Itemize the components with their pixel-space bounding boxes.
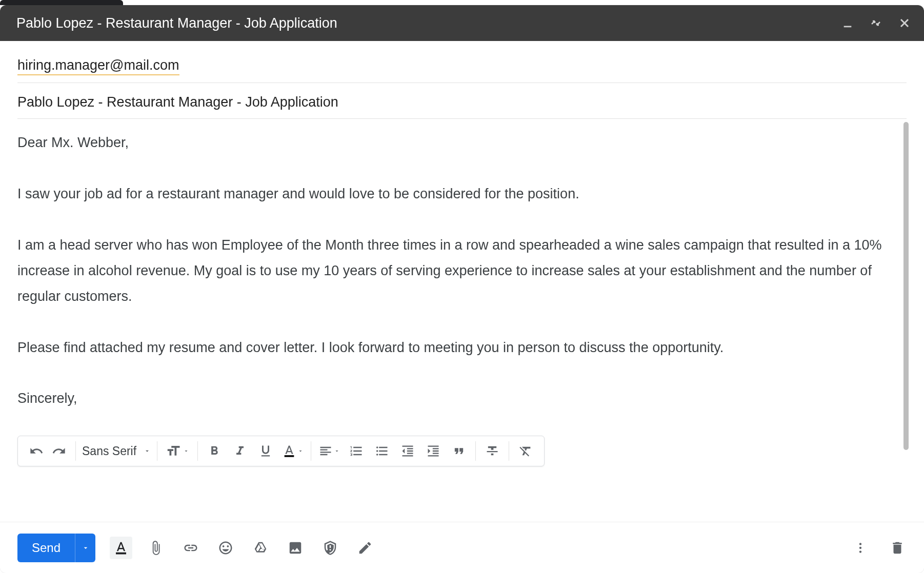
bold-button[interactable]: [203, 440, 226, 462]
quote-button[interactable]: [448, 440, 470, 462]
indent-less-button[interactable]: [396, 440, 419, 462]
recipient-chip[interactable]: hiring.manager@mail.com: [17, 57, 179, 75]
bottom-toolbar: Send: [0, 522, 924, 573]
formatting-toolbar: Sans Serif: [17, 436, 545, 466]
redo-button[interactable]: [48, 440, 70, 462]
window-title: Pablo Lopez - Restaurant Manager - Job A…: [16, 15, 842, 31]
insert-drive-button[interactable]: [249, 537, 272, 559]
undo-button[interactable]: [25, 440, 48, 462]
send-button[interactable]: Send: [17, 534, 75, 562]
insert-link-button[interactable]: [179, 537, 202, 559]
insert-toolbar: [110, 537, 376, 559]
body-paragraph: I saw your job ad for a restaurant manag…: [17, 181, 893, 207]
align-button[interactable]: [316, 440, 342, 462]
send-button-group: Send: [17, 534, 95, 562]
chevron-down-icon: [144, 447, 151, 455]
svg-point-5: [859, 550, 861, 552]
separator: [311, 441, 311, 461]
numbered-list-button[interactable]: [345, 440, 368, 462]
discard-draft-button[interactable]: [886, 537, 909, 559]
underline-button[interactable]: [254, 440, 277, 462]
minimize-button[interactable]: [842, 17, 853, 29]
insert-photo-button[interactable]: [284, 537, 307, 559]
svg-rect-2: [116, 552, 126, 554]
svg-rect-0: [844, 26, 852, 28]
chevron-down-icon: [82, 544, 90, 552]
chevron-down-icon: [334, 448, 340, 454]
remove-formatting-button[interactable]: [514, 440, 537, 462]
close-button[interactable]: [898, 17, 911, 29]
chevron-down-icon: [183, 448, 189, 454]
attach-file-button[interactable]: [145, 537, 167, 559]
svg-rect-1: [285, 455, 294, 457]
formatting-options-button[interactable]: [110, 537, 132, 559]
strikethrough-button[interactable]: [481, 440, 504, 462]
indent-more-button[interactable]: [422, 440, 445, 462]
window-controls: [842, 17, 911, 29]
confidential-mode-button[interactable]: [319, 537, 342, 559]
body-paragraph: Please find attached my resume and cover…: [17, 335, 893, 361]
separator: [75, 441, 76, 461]
svg-point-4: [859, 546, 861, 548]
compose-window: Pablo Lopez - Restaurant Manager - Job A…: [0, 5, 924, 573]
right-actions: [849, 537, 909, 559]
titlebar: Pablo Lopez - Restaurant Manager - Job A…: [0, 5, 924, 41]
separator: [475, 441, 476, 461]
recipients-field[interactable]: hiring.manager@mail.com: [17, 53, 907, 83]
italic-button[interactable]: [229, 440, 251, 462]
font-family-select[interactable]: Sans Serif: [77, 444, 156, 458]
restore-button[interactable]: [870, 17, 882, 29]
tab-strip: [0, 0, 123, 5]
bulleted-list-button[interactable]: [371, 440, 393, 462]
separator: [157, 441, 157, 461]
text-color-button[interactable]: [280, 440, 306, 462]
scrollbar[interactable]: [903, 122, 909, 450]
body-paragraph: I am a head server who has won Employee …: [17, 233, 893, 310]
font-family-label: Sans Serif: [82, 444, 136, 458]
separator: [509, 441, 509, 461]
insert-signature-button[interactable]: [354, 537, 376, 559]
chevron-down-icon: [297, 448, 304, 454]
separator: [197, 441, 198, 461]
compose-content: hiring.manager@mail.com Pablo Lopez - Re…: [0, 41, 924, 522]
svg-point-3: [859, 543, 861, 545]
subject-field[interactable]: Pablo Lopez - Restaurant Manager - Job A…: [17, 83, 907, 119]
insert-emoji-button[interactable]: [214, 537, 237, 559]
send-options-button[interactable]: [75, 534, 95, 562]
body-greeting: Dear Mx. Webber,: [17, 130, 893, 156]
font-size-button[interactable]: [163, 440, 192, 462]
body-closing: Sincerely,: [17, 386, 893, 412]
more-options-button[interactable]: [849, 537, 872, 559]
